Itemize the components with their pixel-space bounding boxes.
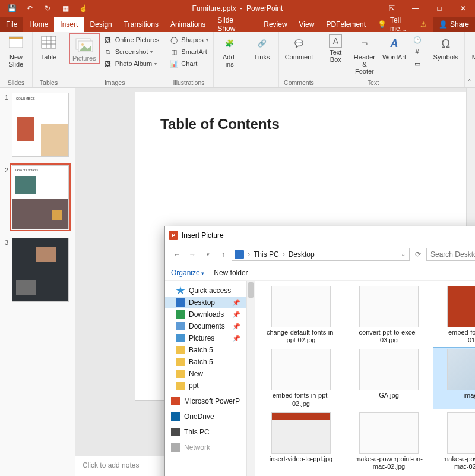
- side-batch5-b[interactable]: Batch 5: [165, 356, 255, 368]
- tab-file[interactable]: File: [0, 17, 23, 32]
- file-item[interactable]: make-a-powerpoint-on-mac-02.jpg: [346, 411, 432, 472]
- crumb-desktop[interactable]: Desktop: [289, 250, 315, 259]
- tab-animations[interactable]: Animations: [164, 17, 211, 32]
- side-documents[interactable]: Documents📌: [165, 320, 255, 332]
- tab-pdfelement[interactable]: PDFelement: [320, 17, 372, 32]
- address-dropdown-icon[interactable]: ⌄: [401, 251, 407, 257]
- side-ppt[interactable]: ppt: [165, 380, 255, 392]
- share-button[interactable]: 👤 Share: [433, 17, 475, 32]
- group-label-slides: Slides: [4, 78, 28, 87]
- slide-thumbnails[interactable]: 1 COLUMBES 2 Table of Contents 3: [0, 88, 75, 476]
- comment-button[interactable]: 💬Comment: [283, 33, 316, 62]
- close-icon[interactable]: ✕: [451, 0, 475, 17]
- text-extra-1[interactable]: 🕒: [411, 34, 423, 45]
- side-downloads[interactable]: Downloads📌: [165, 308, 255, 320]
- folder-icon: [176, 358, 185, 366]
- touch-mode-icon[interactable]: ☝: [76, 2, 90, 15]
- shapes-label: Shapes: [181, 36, 203, 43]
- redo-icon[interactable]: ↻: [40, 2, 55, 15]
- documents-icon: [176, 322, 185, 330]
- maximize-icon[interactable]: □: [428, 0, 451, 17]
- side-new[interactable]: New: [165, 368, 255, 380]
- ribbon-display-icon[interactable]: ⇱: [380, 0, 404, 17]
- file-item-selected[interactable]: image.gif: [433, 348, 475, 408]
- slide-heading[interactable]: Table of Contents: [160, 116, 442, 133]
- refresh-icon[interactable]: ⟳: [411, 247, 425, 261]
- file-item[interactable]: embed-fonts-in-ppt-02.jpg: [258, 348, 344, 408]
- tab-review[interactable]: Review: [258, 17, 293, 32]
- chart-button[interactable]: 📊Chart: [168, 58, 209, 69]
- search-input[interactable]: [426, 248, 475, 261]
- file-item[interactable]: insert-video-to-ppt.jpg: [258, 411, 344, 472]
- side-batch5-a[interactable]: Batch 5: [165, 344, 255, 356]
- online-pictures-button[interactable]: 🖼Online Pictures: [102, 34, 161, 45]
- minimize-icon[interactable]: —: [404, 0, 428, 17]
- tab-view[interactable]: View: [293, 17, 321, 32]
- tell-me[interactable]: 💡 Tell me... ⚠: [372, 17, 433, 32]
- nav-up-icon[interactable]: ↑: [216, 247, 230, 261]
- group-tables: Table Tables: [33, 32, 65, 87]
- start-from-beginning-icon[interactable]: ▦: [58, 2, 72, 15]
- address-bar[interactable]: › This PC › Desktop ⌄: [232, 248, 410, 261]
- nav-forward-icon[interactable]: →: [185, 247, 200, 261]
- textbox-button[interactable]: AText Box: [323, 33, 348, 64]
- group-comments: 💬Comment Comments: [279, 32, 320, 87]
- links-label: Links: [255, 53, 270, 61]
- textbox-icon: A: [329, 34, 342, 48]
- nav-back-icon[interactable]: ←: [170, 247, 184, 261]
- file-list[interactable]: change-default-fonts-in-ppt-02.jpg conve…: [255, 281, 475, 476]
- header-footer-button[interactable]: ▭Header & Footer: [350, 33, 378, 76]
- tab-design[interactable]: Design: [84, 17, 118, 32]
- screenshot-button[interactable]: ⧉Screenshot ▾: [102, 46, 161, 57]
- smartart-button[interactable]: ◫SmartArt: [168, 46, 209, 57]
- dialog-titlebar[interactable]: P Insert Picture ✕: [165, 226, 475, 244]
- text-extra-3[interactable]: ▭: [411, 58, 423, 69]
- side-ms-powerpoint[interactable]: Microsoft PowerP: [165, 395, 255, 407]
- crumb-thispc[interactable]: This PC: [254, 250, 279, 259]
- organize-button[interactable]: Organize: [171, 269, 204, 277]
- pictures-button[interactable]: Pictures: [69, 33, 100, 64]
- collapse-ribbon-icon[interactable]: ˄: [468, 78, 471, 86]
- shapes-button[interactable]: ◯Shapes ▾: [168, 34, 209, 45]
- undo-icon[interactable]: ↶: [23, 2, 37, 15]
- side-onedrive[interactable]: OneDrive: [165, 411, 255, 423]
- tab-home[interactable]: Home: [23, 17, 54, 32]
- file-item[interactable]: make-a-powerpoint-on-mac-02.jpg.png: [433, 411, 475, 472]
- tree-scrollbar[interactable]: [246, 281, 255, 476]
- side-pictures[interactable]: Pictures📌: [165, 332, 255, 344]
- folder-icon: [176, 346, 185, 354]
- nav-tree[interactable]: Quick access Desktop📌 Downloads📌 Documen…: [165, 281, 255, 476]
- symbols-icon: Ω: [437, 34, 455, 52]
- desktop-icon: [176, 298, 185, 307]
- new-folder-button[interactable]: New folder: [214, 269, 248, 277]
- tab-transitions[interactable]: Transitions: [118, 17, 164, 32]
- file-name: make-a-powerpoint-on-mac-02.jpg.png: [441, 455, 475, 471]
- slide-canvas[interactable]: Table of Contents Click to add notes P I…: [75, 88, 475, 476]
- addins-button[interactable]: 🧩Add- ins: [217, 33, 242, 69]
- tab-slide-show[interactable]: Slide Show: [211, 17, 258, 32]
- nav-recent-icon[interactable]: ▾: [201, 247, 215, 261]
- file-item[interactable]: convert-ppt-to-excel-03.jpg: [346, 285, 432, 345]
- thumb-1[interactable]: 1 COLUMBES: [4, 93, 71, 157]
- file-item[interactable]: embed-fonts-in-ppt-01.jpg: [433, 285, 475, 345]
- text-extra-2[interactable]: #: [411, 46, 423, 57]
- side-desktop[interactable]: Desktop📌: [165, 297, 255, 308]
- side-network[interactable]: Network: [165, 442, 255, 453]
- wordart-button[interactable]: AWordArt: [381, 33, 407, 62]
- thumb-2[interactable]: 2 Table of Contents: [4, 165, 71, 229]
- file-item[interactable]: change-default-fonts-in-ppt-02.jpg: [258, 285, 344, 345]
- tab-insert[interactable]: Insert: [54, 17, 84, 32]
- table-button[interactable]: Table: [36, 33, 61, 62]
- file-thumb: [359, 412, 419, 454]
- thumb-3[interactable]: 3: [4, 238, 71, 302]
- group-addins: 🧩Add- ins: [214, 32, 246, 87]
- links-button[interactable]: 🔗Links: [250, 33, 275, 62]
- photo-album-button[interactable]: 🖼Photo Album ▾: [102, 58, 161, 69]
- symbols-button[interactable]: ΩSymbols: [431, 33, 461, 62]
- new-slide-button[interactable]: New Slide: [4, 33, 28, 69]
- side-this-pc[interactable]: This PC: [165, 426, 255, 438]
- file-item[interactable]: GA.jpg: [346, 348, 432, 408]
- save-icon[interactable]: 💾: [5, 2, 19, 15]
- side-quick-access[interactable]: Quick access: [165, 285, 255, 297]
- media-button[interactable]: 🔊Media: [468, 33, 475, 62]
